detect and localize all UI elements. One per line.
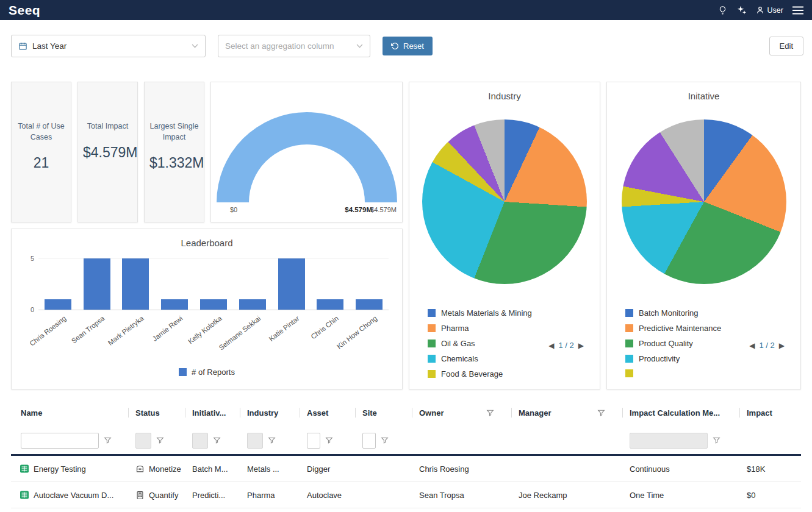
cell-asset: Digger	[300, 456, 355, 482]
column-header-asset[interactable]: Asset	[300, 399, 355, 427]
kpi-label: Total # of Use Cases	[16, 121, 66, 143]
sparkles-icon[interactable]	[736, 5, 747, 15]
hamburger-menu-icon[interactable]	[792, 6, 803, 15]
pager-next-icon[interactable]: ▶	[779, 341, 785, 350]
cell-initiativ: Batch M...	[185, 456, 240, 482]
bar-slot	[311, 258, 350, 310]
leaderboard-plot: 5 0	[38, 258, 389, 310]
column-header-impact-calculation-me[interactable]: Impact Calculation Me...	[622, 399, 739, 427]
column-header-label: Impact	[747, 408, 772, 418]
legend-item[interactable]: Productivity	[625, 354, 800, 363]
column-header-site[interactable]: Site	[355, 399, 412, 427]
bar[interactable]	[356, 299, 383, 310]
filter-funnel-icon[interactable]	[104, 436, 112, 444]
bar[interactable]	[200, 299, 227, 310]
bar-slot	[117, 258, 156, 310]
kpi-label: Total Impact	[83, 121, 132, 132]
pager-prev-icon[interactable]: ◀	[548, 341, 554, 350]
legend-item[interactable]: Pharma	[428, 324, 600, 333]
bar[interactable]	[161, 299, 188, 310]
filter-funnel-icon[interactable]	[325, 436, 333, 444]
edit-button[interactable]: Edit	[769, 37, 803, 55]
bar-slot	[155, 258, 194, 310]
legend-item[interactable]	[625, 369, 800, 377]
column-header-impact[interactable]: Impact	[739, 399, 801, 427]
industry-pie-chart[interactable]	[422, 119, 587, 284]
filter-cell-initiativ	[185, 427, 240, 454]
filter-input-asset[interactable]	[307, 433, 320, 449]
bar[interactable]	[122, 258, 149, 310]
filter-input-name[interactable]	[21, 433, 99, 449]
bar[interactable]	[239, 299, 266, 310]
bar[interactable]	[84, 258, 110, 310]
legend-label: Pharma	[441, 324, 469, 333]
x-label-slot: Mark Pietryka	[117, 310, 156, 363]
cell-text: Digger	[307, 464, 330, 474]
filter-cell-name	[11, 427, 128, 454]
date-range-select[interactable]: Last Year	[11, 35, 206, 57]
filter-funnel-icon[interactable]	[713, 436, 720, 444]
column-header-name[interactable]: Name	[11, 399, 128, 427]
x-label-slot: Kelly Kolotka	[194, 310, 233, 363]
legend-swatch	[428, 370, 436, 378]
column-header-status[interactable]: Status	[128, 399, 185, 427]
x-label-slot: Sean Tropsa	[77, 310, 117, 363]
pager-prev-icon[interactable]: ◀	[749, 341, 755, 350]
column-header-initiativ[interactable]: Initiativ...	[185, 399, 240, 427]
column-header-label: Owner	[419, 408, 444, 418]
filter-input-site[interactable]	[362, 433, 376, 449]
x-label-slot: Katie Pintar	[272, 310, 311, 363]
legend-item[interactable]: Food & Beverage	[428, 369, 600, 379]
user-menu[interactable]: User	[756, 5, 783, 15]
legend-swatch	[625, 324, 633, 332]
aggregation-select[interactable]: Select an aggregation column	[218, 35, 370, 57]
filter-input-status[interactable]	[135, 433, 151, 449]
legend-item[interactable]: Chemicals	[428, 354, 600, 363]
bar[interactable]	[45, 299, 71, 310]
lightbulb-icon[interactable]	[718, 5, 727, 15]
chart-title: Initative	[607, 91, 800, 101]
y-axis-tick: 5	[31, 255, 38, 262]
x-label-slot: Selmane Sekkai	[233, 310, 272, 363]
cell-text: Sean Tropsa	[419, 491, 464, 500]
navbar-actions: User	[718, 5, 803, 15]
filter-input-impact-calculation-me[interactable]	[630, 433, 708, 449]
cell-text: $0	[747, 491, 755, 500]
seeq-logo[interactable]: Seeq	[9, 3, 40, 18]
cell-text: Monetize	[149, 464, 181, 474]
cell-text: Autoclave	[307, 491, 342, 500]
cell-status: Quantify	[128, 482, 185, 508]
bar-slot	[233, 258, 272, 310]
filter-funnel-icon[interactable]	[213, 436, 221, 444]
column-header-manager[interactable]: Manager	[511, 399, 622, 427]
filter-cell-impact-calculation-me	[622, 427, 739, 454]
legend-item[interactable]: Metals Materials & Mining	[428, 308, 600, 318]
filter-input-initiativ[interactable]	[192, 433, 208, 449]
table-row[interactable]: Energy TestingMonetizeBatch M...Metals .…	[11, 456, 801, 482]
legend-label: Batch Monitoring	[639, 308, 699, 318]
table-row[interactable]: Autoclave Vacuum D...QuantifyPredicti...…	[11, 482, 801, 508]
cell-status: Monetize	[128, 456, 185, 482]
filter-funnel-icon[interactable]	[597, 409, 605, 417]
cell-text: Pharma	[247, 491, 275, 500]
reset-button[interactable]: Reset	[383, 37, 433, 55]
legend-item[interactable]: Batch Monitoring	[625, 308, 800, 318]
cell-name: Energy Testing	[11, 456, 128, 482]
bar-slot	[194, 258, 233, 310]
column-header-label: Manager	[519, 408, 551, 418]
legend-item[interactable]: Predictive Maintenance	[625, 324, 800, 333]
filter-funnel-icon[interactable]	[381, 436, 389, 444]
filter-cell-site	[355, 427, 412, 454]
leaderboard-legend[interactable]: # of Reports	[12, 368, 402, 377]
filter-funnel-icon[interactable]	[156, 436, 164, 444]
column-header-label: Industry	[247, 408, 278, 418]
initiative-pie-chart[interactable]	[622, 119, 786, 284]
filter-input-industry[interactable]	[247, 433, 263, 449]
bar[interactable]	[317, 299, 343, 310]
column-header-owner[interactable]: Owner	[412, 399, 511, 427]
column-header-industry[interactable]: Industry	[240, 399, 300, 427]
filter-funnel-icon[interactable]	[486, 409, 494, 417]
bar[interactable]	[278, 258, 305, 310]
filter-funnel-icon[interactable]	[268, 436, 276, 444]
pager-next-icon[interactable]: ▶	[578, 341, 584, 350]
